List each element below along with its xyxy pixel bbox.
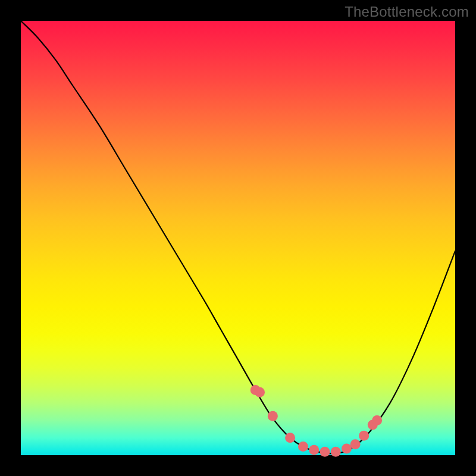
watermark-text: TheBottleneck.com <box>345 4 469 20</box>
curve-marker <box>298 441 308 452</box>
curve-marker <box>320 447 330 457</box>
curve-markers <box>250 385 382 457</box>
curve-marker <box>255 387 265 397</box>
curve-marker <box>309 445 319 455</box>
bottleneck-curve <box>21 21 455 453</box>
curve-marker <box>372 415 382 425</box>
curve-marker <box>350 439 361 449</box>
chart-frame: TheBottleneck.com <box>0 0 476 476</box>
curve-marker <box>359 431 369 441</box>
curve-marker <box>331 447 341 457</box>
curve-marker <box>342 444 352 454</box>
chart-svg <box>21 21 455 455</box>
curve-marker <box>285 433 295 443</box>
plot-area <box>21 21 455 455</box>
curve-marker <box>268 411 278 421</box>
